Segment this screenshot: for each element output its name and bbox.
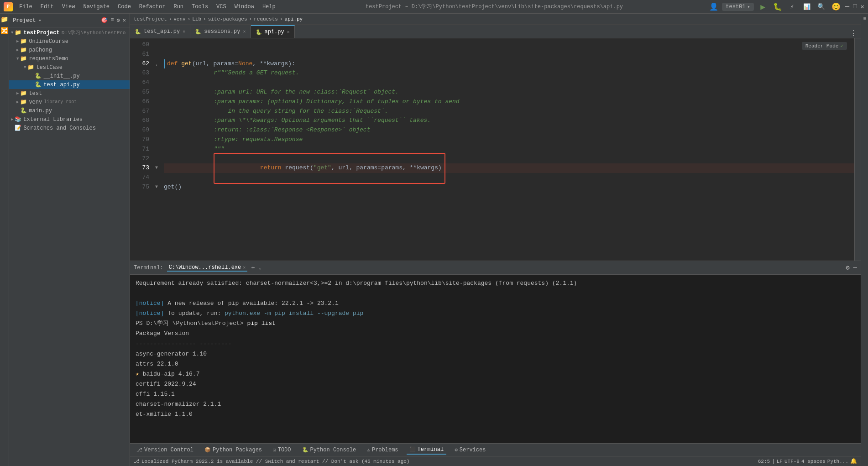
menu-refactor[interactable]: Refactor (136, 3, 169, 11)
close-button[interactable]: ✕ (861, 3, 864, 11)
tree-root-path: D:\学习\Python\testPro (62, 29, 126, 36)
terminal-tab-arrow[interactable]: ⌄ (259, 265, 261, 271)
tree-requestsdemo[interactable]: ▼ 📁 requestsDemo (9, 54, 130, 63)
settings-icon[interactable]: ⚙ (117, 17, 120, 24)
run-config[interactable]: test01 ▾ (722, 3, 753, 11)
menu-code[interactable]: Code (114, 3, 135, 11)
breadcrumb-site-packages[interactable]: site-packages (208, 16, 247, 22)
breadcrumb-lib[interactable]: Lib (192, 16, 201, 22)
status-encoding[interactable]: UTF-8 (784, 459, 800, 464)
bottom-tab-python-console[interactable]: 🐍 Python Console (299, 446, 359, 454)
menu-vcs[interactable]: VCS (213, 3, 230, 11)
menu-tools[interactable]: Tools (188, 3, 212, 11)
tree-main[interactable]: ▶ 🐍 main.py (9, 106, 130, 115)
tree-scratches[interactable]: ▶ 📝 Scratches and Consoles (9, 124, 130, 132)
bottom-tab-services[interactable]: ⚙ Services (452, 446, 488, 454)
status-lf[interactable]: LF (777, 459, 783, 464)
bottom-tab-terminal[interactable]: ⬛ Terminal (407, 445, 447, 455)
menu-edit[interactable]: Edit (37, 3, 58, 11)
tab-api-close[interactable]: ✕ (287, 29, 290, 35)
code-line-70: :rtype: requests.Response (164, 135, 854, 145)
collapse-icon[interactable]: ≡ (110, 17, 114, 24)
code-line-64 (164, 78, 854, 88)
menu-window[interactable]: Window (231, 3, 258, 11)
terminal-add-button[interactable]: + (251, 264, 255, 272)
breadcrumb-venv[interactable]: venv (173, 16, 185, 22)
tab-test-api[interactable]: 🐍 test_api.py ✕ (130, 25, 190, 38)
breadcrumb-requests[interactable]: requests (254, 16, 278, 22)
bottom-tab-problems[interactable]: ⚠ Problems (364, 446, 401, 454)
coverage-button[interactable]: ⚡ (787, 1, 798, 12)
tree-test-api[interactable]: ▶ 🐍 test_api.py (9, 80, 130, 89)
status-bar: ⎇ Localized PyCharm 2022.2 is available … (130, 456, 861, 466)
menu-file[interactable]: File (16, 3, 36, 11)
terminal-line-blank (136, 288, 855, 298)
tree-venv[interactable]: ▶ 📁 venv library root (9, 98, 130, 106)
tree-pachong[interactable]: ▶ 📁 paChong (9, 46, 130, 54)
line-numbers: 60 61 62 63 64 65 66 67 68 69 70 71 72 7… (130, 38, 153, 261)
terminal-tab-powershell[interactable]: C:\Window...rshell.exe ✕ (167, 264, 247, 272)
bottom-tab-vc-label: Version Control (144, 447, 193, 453)
right-bar-icon1[interactable]: ◼ (863, 16, 866, 21)
tab-sessions[interactable]: 🐍 sessions.py ✕ (190, 25, 251, 38)
menu-help[interactable]: Help (259, 3, 279, 11)
code-line-68: :param \*\*kwargs: Optional arguments th… (164, 116, 854, 126)
search-button[interactable]: 🔍 (816, 1, 827, 12)
code-line-60 (164, 40, 854, 50)
tab-api-icon: 🐍 (256, 29, 262, 35)
terminal-minimize-icon[interactable]: ─ (853, 264, 857, 272)
avatar-button[interactable]: 😊 (831, 1, 842, 12)
code-line-63: r"""Sends a GET request. (164, 68, 854, 78)
window-controls: ─ □ ✕ (845, 3, 864, 11)
status-lang[interactable]: Pyth... (827, 459, 848, 464)
status-notification[interactable]: Localized PyCharm 2022.2 is available //… (141, 459, 756, 464)
editor-content: 60 61 62 63 64 65 66 67 68 69 70 71 72 7… (130, 38, 861, 261)
terminal-icon: ⬛ (409, 446, 416, 452)
fold-arrow-62[interactable]: * (153, 63, 160, 71)
tab-test-api-close[interactable]: ✕ (183, 29, 185, 34)
bottom-tab-todo[interactable]: ☑ TODO (270, 446, 293, 454)
profile-button[interactable]: 📊 (801, 1, 812, 12)
title-bar: P File Edit View Navigate Code Refactor … (0, 0, 868, 14)
tab-overflow-menu[interactable]: ⋮ (850, 29, 861, 38)
bottom-tab-version-control[interactable]: ⎇ Version Control (134, 446, 196, 454)
terminal-line-pkg4: certifi 2022.9.24 (136, 379, 855, 389)
menu-navigate[interactable]: Navigate (79, 3, 113, 11)
code-line-61 (164, 50, 854, 59)
notification-bell-icon[interactable]: 🔔 (850, 458, 857, 465)
maximize-button[interactable]: □ (853, 3, 857, 11)
terminal-settings-icon[interactable]: ⚙ (846, 264, 849, 272)
tab-api[interactable]: 🐍 api.py ✕ (251, 25, 295, 38)
terminal-tab-shell-close[interactable]: ✕ (243, 265, 246, 270)
terminal-line-pkg1: async-generator 1.10 (136, 349, 855, 359)
close-panel-icon[interactable]: ✕ (123, 17, 126, 24)
tree-test-label: test (29, 90, 42, 97)
tree-testcase[interactable]: ▼ 📁 testCase (9, 63, 130, 72)
tab-sessions-close[interactable]: ✕ (243, 29, 246, 34)
locate-icon[interactable]: 🎯 (101, 17, 108, 24)
tree-test-api-label: test_api.py (43, 82, 79, 88)
reader-mode-button[interactable]: Reader Mode ✓ (802, 42, 847, 50)
menu-view[interactable]: View (58, 3, 79, 11)
project-icon[interactable]: 📁 (0, 16, 8, 23)
bottom-tab-services-label: Services (460, 447, 486, 453)
run-button[interactable]: ▶ (758, 1, 769, 12)
tree-onlinecourse[interactable]: ▶ 📁 OnlineCourse (9, 37, 130, 46)
status-spaces[interactable]: 4 spaces (801, 459, 826, 464)
tree-init[interactable]: ▶ 🐍 __init__.py (9, 72, 130, 80)
fold-arrow-71[interactable]: ▼ (153, 164, 160, 172)
breadcrumb-api-py[interactable]: api.py (285, 16, 303, 22)
debug-button[interactable]: 🐛 (772, 1, 783, 12)
menu-run[interactable]: Run (170, 3, 187, 11)
user-icon[interactable]: 👤 (709, 2, 718, 11)
fold-arrow-73[interactable]: ▼ (153, 183, 160, 191)
bottom-tab-python-packages[interactable]: 📦 Python Packages (202, 446, 265, 454)
tree-root[interactable]: ▼ 📁 testProject D:\学习\Python\testPro (9, 28, 130, 37)
tree-ext-libs[interactable]: ▶ 📚 External Libraries (9, 115, 130, 124)
code-editor[interactable]: def get(url, params=None, **kwargs): r""… (160, 38, 854, 261)
breadcrumb-testproject[interactable]: testProject (134, 16, 167, 22)
editor-terminal-container: testProject › venv › Lib › site-packages… (130, 14, 861, 466)
tree-test[interactable]: ▶ 📁 test (9, 89, 130, 98)
minimize-button[interactable]: ─ (845, 3, 850, 11)
git-icon[interactable]: 🔀 (0, 27, 8, 35)
